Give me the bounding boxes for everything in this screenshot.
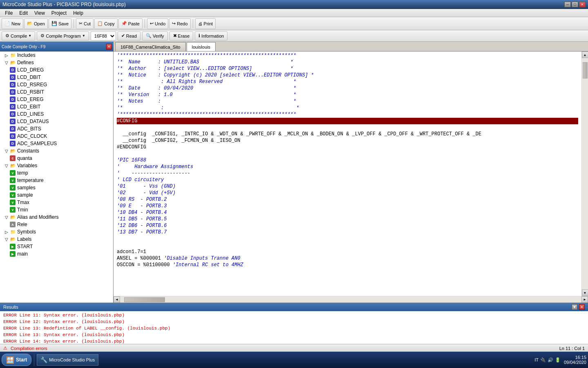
- verify-button[interactable]: 🔍 Verify: [142, 31, 168, 40]
- sidebar-item-adc-clock[interactable]: D ADC_CLOCK: [0, 132, 113, 140]
- menu-file[interactable]: File: [2, 9, 16, 17]
- sidebar-item-tmin[interactable]: v Tmin: [0, 206, 113, 213]
- d-icon-lcd-dreg: D: [10, 67, 16, 73]
- compile-program-button[interactable]: ⚙ Compile Program ▼: [37, 31, 89, 40]
- sidebar-item-includes[interactable]: ▷ 📁 Includes: [0, 52, 113, 59]
- start-label: START: [17, 244, 33, 249]
- c-icon-quanta: c: [10, 155, 16, 161]
- h-scroll-thumb[interactable]: [124, 297, 165, 302]
- l-icon-main: ▶: [10, 251, 16, 257]
- chip-select[interactable]: 16F88: [91, 31, 116, 40]
- clock-date: 09/04/2020: [564, 360, 586, 365]
- paste-button[interactable]: 📌 Paste: [118, 18, 143, 29]
- sidebar-item-temperature[interactable]: v temperature: [0, 177, 113, 184]
- verify-label: Verify: [153, 34, 164, 38]
- sidebar-item-tmax[interactable]: v Tmax: [0, 199, 113, 206]
- save-button[interactable]: 💾 Save: [49, 18, 71, 29]
- labels-expand-icon[interactable]: ▽: [3, 237, 10, 242]
- compile-button[interactable]: ⚙ Compile ▼: [2, 31, 35, 40]
- tab-camera[interactable]: 16F88_CameraClimatica_Sito: [115, 42, 186, 51]
- d-icon-lcd-rsbit: D: [10, 89, 16, 95]
- menu-help[interactable]: Help: [70, 9, 87, 17]
- sidebar-item-temp[interactable]: v temp: [0, 169, 113, 177]
- vertical-scrollbar[interactable]: ▲ ▼: [581, 52, 588, 296]
- sidebar-controls: ✕: [106, 44, 112, 49]
- h-scroll-track[interactable]: [120, 297, 581, 303]
- status-position: Ln 11 : Col 1: [559, 346, 585, 351]
- close-button[interactable]: ✕: [579, 2, 586, 7]
- sidebar-item-symbols[interactable]: ▷ 📁 Symbols: [0, 228, 113, 236]
- start-button[interactable]: 🪟 Start: [2, 354, 31, 366]
- redo-button[interactable]: ↪ Redo: [169, 18, 190, 29]
- print-button[interactable]: 🖨 Print: [195, 18, 216, 29]
- sidebar-item-lcd-dreg[interactable]: D LCD_DREG: [0, 66, 113, 74]
- scroll-thumb[interactable]: [583, 62, 588, 79]
- erase-label: Erase: [178, 34, 190, 38]
- erase-button[interactable]: ✖ Erase: [169, 31, 194, 40]
- sidebar-item-lcd-dataus[interactable]: D LCD_DATAUS: [0, 118, 113, 125]
- results-close-button[interactable]: ✕: [579, 304, 585, 310]
- includes-expand-icon[interactable]: ▷: [3, 53, 10, 58]
- variables-expand-icon[interactable]: ▽: [3, 164, 10, 168]
- sidebar-item-alias[interactable]: ▽ 📂 Alias and Modifiers: [0, 213, 113, 221]
- sep3: [193, 19, 193, 28]
- lcd-rsbit-label: LCD_RSBIT: [17, 89, 44, 95]
- sidebar-item-main[interactable]: ▶ main: [0, 250, 113, 258]
- open-button[interactable]: 📂 Open: [24, 18, 48, 29]
- copy-button[interactable]: 📋 Copy: [94, 18, 118, 29]
- minimize-button[interactable]: ─: [564, 2, 571, 7]
- windows-logo: 🪟: [6, 356, 14, 364]
- sidebar-item-quanta[interactable]: c quanta: [0, 155, 113, 162]
- includes-label: Includes: [17, 52, 36, 58]
- sidebar-item-lcd-ebit[interactable]: D LCD_EBIT: [0, 103, 113, 110]
- results-minimize-button[interactable]: ▼: [572, 304, 577, 310]
- menu-edit[interactable]: Edit: [16, 9, 31, 17]
- tab-louislouis[interactable]: louislouis: [187, 42, 216, 51]
- editor-area: ▷ 📁 Includes ▽ 📂 Defines D LCD_DREG D LC…: [0, 52, 588, 303]
- taskbar-app-microcode[interactable]: 🔧 MicroCode Studio Plus: [37, 354, 98, 366]
- code-content[interactable]: '***************************************…: [114, 52, 588, 296]
- sidebar-item-constants[interactable]: ▽ 📂 Constants: [0, 147, 113, 155]
- undo-button[interactable]: ↩ Undo: [147, 18, 168, 29]
- results-panel: Results ▼ ✕ ERROR Line 11: Syntax error.…: [0, 303, 588, 352]
- alias-expand-icon[interactable]: ▽: [3, 215, 10, 220]
- horizontal-scrollbar[interactable]: ◄ ►: [114, 296, 588, 303]
- read-button[interactable]: ✔ Read: [118, 31, 140, 40]
- sidebar-item-labels[interactable]: ▽ 📂 Labels: [0, 236, 113, 243]
- temperature-label: temperature: [17, 177, 44, 183]
- maximize-button[interactable]: □: [572, 2, 578, 7]
- constants-expand-icon[interactable]: ▽: [3, 149, 10, 153]
- scroll-up-button[interactable]: ▲: [582, 52, 588, 58]
- d-icon-adc-clock: D: [10, 133, 16, 139]
- sidebar-item-samples[interactable]: v samples: [0, 184, 113, 191]
- information-button[interactable]: ℹ Information: [195, 31, 227, 40]
- code-lines[interactable]: '***************************************…: [114, 52, 581, 296]
- sidebar-item-lcd-rsreg[interactable]: D LCD_RSREG: [0, 81, 113, 88]
- sidebar-item-start[interactable]: ▶ START: [0, 243, 113, 250]
- sidebar-item-lcd-ereg[interactable]: D LCD_EREG: [0, 96, 113, 103]
- sidebar-item-lcd-dbit[interactable]: D LCD_DBIT: [0, 74, 113, 81]
- sidebar-mode-close[interactable]: ✕: [106, 44, 112, 49]
- defines-expand-icon[interactable]: ▽: [3, 61, 10, 65]
- compile-label: Compile: [11, 34, 27, 38]
- scroll-track[interactable]: [582, 58, 588, 289]
- sidebar-item-sample[interactable]: v sample: [0, 191, 113, 199]
- sidebar-item-adc-sampleus[interactable]: D ADC_SAMPLEUS: [0, 140, 113, 147]
- new-button[interactable]: 📄 New: [2, 18, 23, 29]
- cut-button[interactable]: ✂ Cut: [76, 18, 94, 29]
- scroll-left-button[interactable]: ◄: [114, 296, 120, 303]
- paste-label: Paste: [128, 21, 140, 26]
- sidebar-item-defines[interactable]: ▽ 📂 Defines: [0, 59, 113, 66]
- menu-view[interactable]: View: [31, 9, 48, 17]
- menu-project[interactable]: Project: [48, 9, 70, 17]
- sidebar-item-rele[interactable]: A Rele: [0, 221, 113, 228]
- lcd-dbit-label: LCD_DBIT: [17, 74, 41, 80]
- scroll-right-button[interactable]: ►: [581, 296, 588, 303]
- paste-icon: 📌: [121, 21, 127, 26]
- sidebar-item-adc-bits[interactable]: D ADC_BITS: [0, 125, 113, 132]
- sidebar-item-variables[interactable]: ▽ 📂 Variables: [0, 162, 113, 169]
- sidebar-item-lcd-lines[interactable]: D LCD_LINES: [0, 110, 113, 118]
- sidebar-item-lcd-rsbit[interactable]: D LCD_RSBIT: [0, 88, 113, 96]
- scroll-down-button[interactable]: ▼: [582, 289, 588, 296]
- symbols-expand-icon[interactable]: ▷: [3, 230, 10, 234]
